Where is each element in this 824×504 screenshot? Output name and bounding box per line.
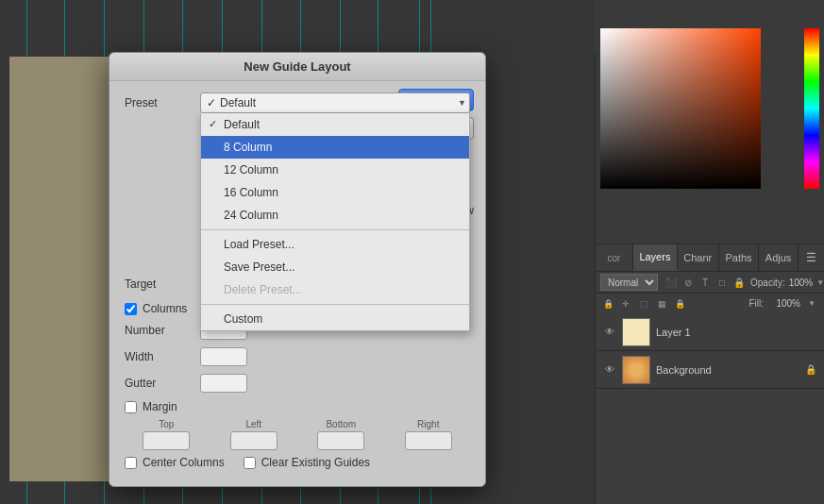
left-margin-input[interactable] [230,431,277,450]
margin-top-item: Top [125,419,209,450]
bottom-checkboxes: Center Columns Clear Existing Guides [125,456,470,475]
fill-value: 100% [767,298,800,309]
preset-checkmark: ✓ [207,96,216,109]
blend-icon-1[interactable]: ⬛ [664,275,679,290]
color-gradient[interactable] [600,28,761,189]
layer-name-layer1: Layer 1 [656,327,816,338]
layer-name-background: Background [656,364,799,376]
dropdown-item-16col[interactable]: 16 Column [201,181,469,204]
width-input[interactable] [200,347,247,366]
dropdown-item-8col[interactable]: 8 Column [201,136,469,159]
fill-label: Fill: [748,298,764,309]
dropdown-item-24col[interactable]: 24 Column [201,204,469,227]
right-panel: ⬚ ⊞ cor Layers Chanr Paths Adjus ☰ Norma… [595,0,824,504]
clear-guides-row: Clear Existing Guides [244,456,370,469]
dropdown-item-custom[interactable]: Custom [201,308,469,330]
columns-checkbox[interactable] [125,303,137,315]
clear-guides-label: Clear Existing Guides [261,456,370,469]
fill-arrow[interactable]: ▼ [804,296,819,311]
top-margin-input[interactable] [143,431,190,450]
panel-tabs: cor Layers Chanr Paths Adjus ☰ [596,244,824,272]
modal-overlay: New Guide Layout OK Cancel Preset ✓ Defa… [0,0,595,504]
dropdown-separator-2 [201,304,469,305]
layer-filter-btn[interactable]: ▦ [654,296,669,311]
margin-right-item: Right [387,419,471,450]
center-columns-label: Center Columns [143,456,225,469]
margin-bottom-item: Bottom [299,419,383,450]
bottom-margin-label: Bottom [326,419,356,429]
preset-row: Preset ✓ Default ▼ Default 8 Column 12 C… [125,92,470,113]
layer-item-layer1[interactable]: 👁 Layer 1 [596,313,824,351]
margin-label: Margin [143,400,177,413]
blend-row: Normal ⬛ ⊘ T □ 🔒 Opacity: 100% ▼ [596,272,824,293]
dropdown-item-delete: Delete Preset... [201,278,469,301]
preset-dropdown-container: ✓ Default ▼ Default 8 Column 12 Column 1… [200,92,470,113]
opacity-label: Opacity: [750,277,785,288]
dialog-body: Preset ✓ Default ▼ Default 8 Column 12 C… [109,81,485,486]
tab-paths[interactable]: Paths [719,244,759,271]
top-margin-label: Top [159,419,174,429]
preset-arrow-icon: ▼ [458,98,466,108]
margin-left-item: Left [212,419,296,450]
gutter-input[interactable] [200,374,247,393]
margin-checkbox-row: Margin [125,400,470,413]
left-margin-label: Left [245,419,261,429]
preset-input[interactable]: ✓ Default ▼ [200,92,470,113]
bottom-margin-input[interactable] [317,431,364,450]
layer-lock-btn[interactable]: 🔒 [600,296,615,311]
tab-layers[interactable]: Layers [633,244,678,271]
center-columns-checkbox[interactable] [125,457,137,469]
layer-move-btn[interactable]: ✛ [618,296,633,311]
right-margin-label: Right [417,419,439,429]
fill-row: 🔒 ✛ ⬚ ▦ 🔒 Fill: 100% ▼ [596,293,824,313]
tab-channels[interactable]: Chanr [678,244,719,271]
center-columns-row: Center Columns [125,456,225,469]
layer-more-btn[interactable]: 🔒 [672,296,687,311]
preset-value: Default [220,96,256,109]
columns-label: Columns [143,302,187,315]
tab-adjustments[interactable]: Adjus [759,244,799,271]
number-label: Number [125,324,200,337]
opacity-arrow[interactable]: ▼ [816,275,824,290]
blend-icon-5[interactable]: 🔒 [732,275,747,290]
blend-mode-select[interactable]: Normal [600,274,658,291]
hue-slider[interactable] [804,28,819,189]
layer-lock-icon: 🔒 [805,364,816,375]
dropdown-separator-1 [201,229,469,230]
blend-icon-4[interactable]: □ [715,275,730,290]
preset-dropdown-list: Default 8 Column 12 Column 16 Column 24 … [200,113,470,331]
right-margin-input[interactable] [405,431,452,450]
layer-thumb-background [622,356,650,384]
gutter-row: Gutter [125,374,470,393]
dropdown-item-load[interactable]: Load Preset... [201,233,469,256]
blend-icons: ⬛ ⊘ T □ 🔒 [664,275,747,290]
target-label: Target [125,277,200,291]
panel-menu[interactable]: ☰ [799,244,824,271]
margin-checkbox[interactable] [125,401,137,413]
blend-icon-3[interactable]: T [698,275,713,290]
opacity-value: 100% [789,277,814,288]
preset-label: Preset [125,96,200,109]
clear-guides-checkbox[interactable] [244,457,256,469]
layer-eye-layer1[interactable]: 👁 [603,326,616,339]
blend-icon-2[interactable]: ⊘ [681,275,696,290]
dialog-title: New Guide Layout [109,53,485,81]
gutter-label: Gutter [125,377,200,390]
layer-eye-background[interactable]: 👁 [603,363,616,377]
layer-artboard-btn[interactable]: ⬚ [636,296,651,311]
layer-thumb-layer1 [622,318,650,346]
tab-color[interactable]: cor [596,244,633,271]
margin-group: Top Left Bottom Right [125,419,470,450]
color-picker [596,0,824,245]
dropdown-item-default[interactable]: Default [201,113,469,136]
new-guide-layout-dialog: New Guide Layout OK Cancel Preset ✓ Defa… [109,52,486,487]
layer-icons: 🔒 ✛ ⬚ ▦ 🔒 [600,296,687,311]
layer-item-background[interactable]: 👁 Background 🔒 [596,351,824,389]
width-label: Width [125,350,200,363]
width-row: Width [125,347,470,366]
layer-list: 👁 Layer 1 👁 Background 🔒 [596,313,824,504]
dropdown-item-save[interactable]: Save Preset... [201,256,469,278]
dropdown-item-12col[interactable]: 12 Column [201,159,469,181]
